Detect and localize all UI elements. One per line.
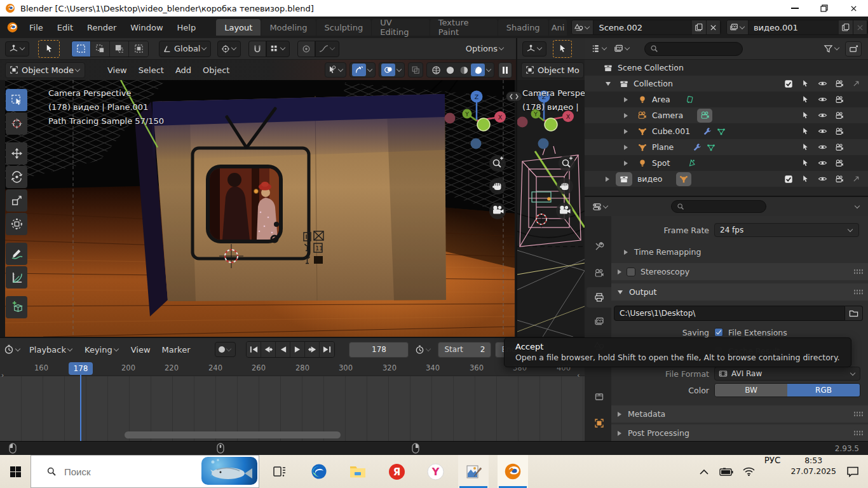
selectable-icon[interactable] [801,95,810,104]
viewport-splitter[interactable] [506,92,522,102]
current-frame-badge[interactable]: 178 [69,362,93,375]
viewport-nav-buttons[interactable] [489,155,506,219]
viewport-menu-view[interactable]: View [102,62,133,78]
shading-rendered[interactable] [471,64,485,76]
hide-eye-icon[interactable] [818,79,827,88]
outliner-row-spot[interactable]: Spot [585,155,868,171]
timeline-editor-type-button[interactable] [4,344,21,355]
render-canvas-2[interactable]: Y Z X [517,80,585,337]
render-visibility-icon[interactable] [835,159,844,168]
file-extensions-checkbox[interactable] [714,328,723,337]
selectable-icon[interactable] [801,143,810,151]
workspace-tab-modeling[interactable]: Modeling [261,19,315,36]
playback-menu[interactable]: Playback [24,345,79,355]
scene-unlink-button[interactable] [707,20,721,34]
start-button[interactable] [0,455,31,488]
wifi-icon[interactable] [743,455,755,488]
editor-type-button-2[interactable] [522,41,546,57]
collection-checkbox[interactable] [784,79,793,88]
close-button[interactable] [839,0,868,17]
notification-center-button[interactable] [846,455,859,488]
tool-move[interactable] [6,142,27,165]
expand-icon[interactable] [624,161,628,166]
outliner-row-cube[interactable]: Cube.001 [585,123,868,139]
select-mode-new[interactable] [72,41,91,57]
search-input[interactable] [64,466,172,477]
start-frame-field[interactable]: Start2 [438,342,491,358]
overlays-toggle[interactable] [379,62,405,78]
drag-grip[interactable] [853,430,863,436]
blender-menu-icon[interactable] [6,22,18,33]
menu-render[interactable]: Render [80,20,123,35]
expand-icon[interactable] [606,82,611,86]
shading-solid[interactable] [443,64,457,76]
tool-add-cube[interactable] [6,296,27,318]
jump-to-start-button[interactable] [247,342,261,357]
proportional-editing-toggle[interactable] [297,41,315,57]
post-processing-panel[interactable]: Post Processing [611,424,868,442]
scene-browse-button[interactable] [572,20,593,34]
render-visibility-icon[interactable] [835,143,844,152]
workspace-tab-layout[interactable]: Layout [216,19,261,36]
new-collection-button[interactable] [845,41,862,57]
zoom-button[interactable] [489,155,506,172]
edge-browser-button[interactable] [304,455,334,488]
tool-rotate[interactable] [6,166,27,188]
active-tool-button-2[interactable] [553,40,572,58]
output-path-field[interactable]: C:\Users\1\Desktop\ [614,306,845,321]
sync-menu-button[interactable] [415,345,431,355]
viewport-menu-object[interactable]: Object [197,62,235,78]
hide-eye-icon[interactable] [818,158,827,168]
active-tool-button[interactable] [38,40,60,58]
restore-button[interactable] [810,0,839,17]
camera-data-icon-selected[interactable] [697,109,712,123]
outliner-row-plane[interactable]: Plane [585,139,868,155]
snap-toggle[interactable] [248,41,266,57]
outliner-display-mode-button[interactable] [614,44,630,53]
tab-render[interactable] [587,263,611,283]
scene-copy-button[interactable] [692,20,707,34]
jump-to-end-button[interactable] [320,342,334,357]
drag-grip[interactable] [853,411,863,417]
window-titlebar[interactable]: Blender [C:\Users\1\Desktop\video_blende… [0,0,868,17]
outliner-row-area[interactable]: Area [585,92,868,107]
snap-settings-dropdown[interactable] [266,41,290,57]
options-dropdown[interactable]: Options [466,44,505,53]
outliner-row-scene-collection[interactable]: Scene Collection [585,60,868,76]
mesh-data-icon-selected[interactable] [676,172,691,186]
collection-checkbox[interactable] [784,175,793,184]
frame-rate-dropdown[interactable]: 24 fps [714,223,859,237]
workspace-tab-texturepaint[interactable]: Texture Paint [430,19,498,36]
workspace-tab-animation[interactable]: Ani [549,19,567,36]
shading-wireframe[interactable] [429,64,443,76]
tab-world[interactable] [587,386,611,407]
taskbar-search-box[interactable] [31,455,259,488]
expand-icon[interactable] [606,177,609,182]
viewport-menu-select[interactable]: Select [133,62,170,78]
timeline-right-expand-arrow[interactable]: ‹ [577,371,580,379]
viewport2-nav-buttons[interactable] [556,155,575,219]
holdout-icon[interactable] [852,175,860,183]
render-visibility-icon[interactable] [835,127,844,136]
stereoscopy-checkbox[interactable] [627,268,635,276]
metadata-panel[interactable]: Metadata [611,405,868,423]
expand-icon[interactable] [624,145,628,150]
tool-scale[interactable] [6,189,27,212]
select-mode-invert[interactable] [129,41,148,57]
viewlayer-browse-button[interactable] [727,20,749,34]
render-visibility-icon[interactable] [835,95,844,104]
properties-search-input[interactable] [671,200,766,213]
play-button[interactable] [290,342,305,357]
timeline-left-expand-arrow[interactable]: › [1,371,4,379]
outliner-row-collection[interactable]: Collection [585,76,868,92]
selectable-icon[interactable] [801,111,810,119]
scene-name[interactable]: Scene.002 [593,20,692,34]
render-visibility-icon[interactable] [835,175,844,184]
outliner-row-camera[interactable]: Camera [585,107,868,123]
selectable-icon[interactable] [801,79,810,88]
editor-type-button[interactable] [5,41,29,57]
marker-menu[interactable]: Marker [156,345,196,355]
yandex-start-button[interactable]: Y [420,455,451,488]
shading-material[interactable] [457,64,471,76]
tool-annotate[interactable] [6,243,27,265]
